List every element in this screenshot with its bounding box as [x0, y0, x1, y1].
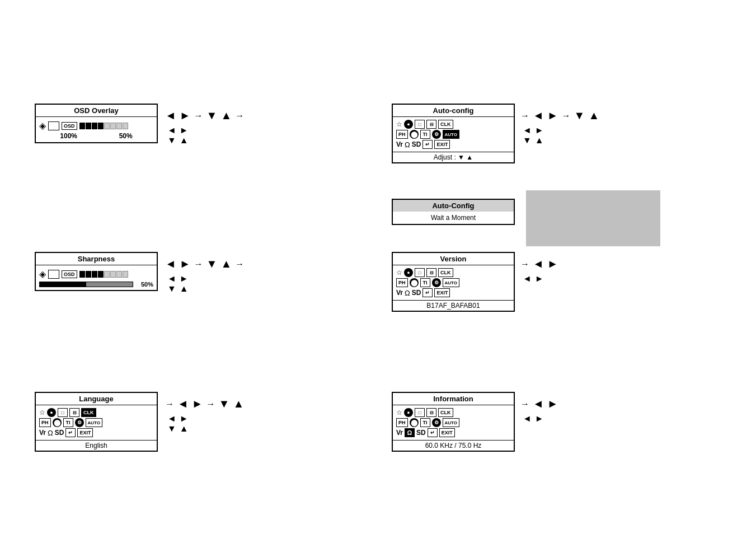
lang-icon-row1: ☆ ● □ ⊟ CLK [39, 408, 153, 417]
information-title: Information [393, 393, 514, 405]
ver-circle2: ⬤ [410, 278, 419, 287]
sh-arrow-left: ◄ [165, 257, 176, 270]
auto-config-footer: Adjust : ▼ ▲ [393, 152, 514, 162]
bar-4 [98, 123, 104, 129]
osd-icon2: OSD [62, 270, 77, 278]
ac-exit: EXIT [434, 140, 450, 149]
ac-icon-row1: ☆ ● □ ⊟ CLK [396, 120, 510, 129]
bar-s8 [123, 271, 128, 278]
bar-6 [110, 123, 116, 129]
ver-icon-row3: Vr Ω SD ↵ EXIT [396, 288, 510, 297]
sharpness-title: Sharpness [36, 253, 157, 265]
osd-overlay-panel: OSD Overlay ◈ OSD 100% 50% [35, 104, 158, 143]
ac-circle2: ⬤ [410, 130, 419, 139]
auto-config-arrows: → ◄ ► → ▼ ▲ ◄ ► ▼ ▲ [520, 109, 599, 146]
ac-arrow-right-filled: ► [547, 109, 558, 122]
sh-arrow-up: ▲ [220, 257, 232, 270]
info-vr: Vr [396, 429, 403, 437]
ver-arrow-right1: → [520, 259, 529, 269]
ver-arrow-right-small: ► [535, 274, 544, 284]
info-sun: ☆ [396, 409, 402, 416]
ver-icon-row1: ☆ ● □ ⊟ CLK [396, 268, 510, 277]
ver-ph: PH [396, 278, 408, 287]
ac-icon-row2: PH ⬤ TI ⚙ AUTO [396, 130, 510, 139]
bar-blocks2 [79, 271, 128, 278]
bar-3 [92, 123, 97, 129]
sharpness-fill [40, 282, 86, 287]
ac-arrow-up: ▲ [588, 109, 599, 122]
diamond-icon: ◈ [39, 120, 46, 131]
lang-arrow-left: ◄ [177, 397, 189, 410]
omega-icon: Ω [48, 429, 53, 437]
ph-box: PH [39, 418, 51, 427]
ac-ti: TI [420, 130, 430, 139]
ac-arrow-right2: → [562, 111, 571, 121]
arrow-right1: → [194, 111, 203, 121]
ac-arrow-down-small: ▼ [523, 135, 532, 146]
ac-arrow-right-small: ► [535, 125, 544, 135]
ver-auto: AUTO [443, 278, 460, 287]
info-arrow-right1: → [520, 399, 529, 409]
ac-auto-box: AUTO [443, 130, 460, 139]
version-arrows: → ◄ ► ◄ ► [520, 257, 558, 284]
sh-arrow-up-small: ▲ [180, 284, 189, 294]
ac-icon-row3: Vr Ω SD ↵ EXIT [396, 140, 510, 149]
ver-box1: □ [415, 268, 425, 277]
diamond-icon2: ◈ [39, 269, 46, 279]
ac-arrow-left: ◄ [533, 109, 544, 122]
rect-icon2 [48, 270, 59, 279]
info-arrow-right-filled: ► [547, 397, 558, 410]
sharpness-arrows: ◄ ► → ▼ ▲ → ◄ ► ▼ ▲ [165, 257, 244, 294]
bar-5 [104, 123, 110, 129]
info-circle1: ● [404, 408, 413, 417]
info-arrow-left: ◄ [533, 397, 544, 410]
auto-config-title: Auto-config [393, 105, 514, 117]
sh-arrow-right2: → [235, 259, 244, 269]
bar-s1 [79, 271, 85, 278]
lang-arrow-down: ▼ [219, 397, 230, 410]
auto-config-panel: Auto-config ☆ ● □ ⊟ CLK PH ⬤ TI ⚙ AUTO V… [392, 104, 515, 163]
ac-vr: Vr [396, 140, 403, 148]
bar-s6 [110, 271, 116, 278]
ac-arrow-left-small: ◄ [523, 125, 532, 135]
enter-box: ↵ [65, 428, 76, 437]
ac-enter: ↵ [422, 140, 433, 149]
info-icon-row2: PH ⬤ TI ⚙ AUTO [396, 418, 510, 427]
clk-box: CLK [81, 408, 96, 417]
info-settings: ⚙ [432, 418, 441, 427]
lang-arrow-down-small: ▼ [167, 424, 176, 434]
info-arrow-left-small: ◄ [523, 414, 532, 424]
language-title: Language [36, 393, 157, 405]
settings-circle: ⚙ [75, 418, 84, 427]
ver-icon-row2: PH ⬤ TI ⚙ AUTO [396, 278, 510, 287]
ac-sun-icon: ☆ [396, 120, 402, 128]
language-footer: English [36, 440, 157, 451]
box-icon1: □ [58, 408, 68, 417]
ac-arrow-up-small: ▲ [535, 135, 544, 146]
arrow-down-small: ▼ [167, 135, 176, 146]
osd-value-right: 50% [119, 132, 133, 140]
bar-s4 [98, 271, 104, 278]
ac-omega: Ω [405, 140, 410, 149]
ac-box2: ⊟ [426, 120, 436, 129]
gray-rectangle [526, 190, 660, 246]
ac-arrow-down: ▼ [574, 109, 585, 122]
lang-icon-row3: Vr Ω SD ↵ EXIT [39, 428, 153, 437]
sharpness-value: 50% [135, 281, 153, 288]
arrow-right-filled: ► [180, 109, 191, 122]
arrow-down1: ▼ [206, 109, 218, 122]
circle-icon1: ● [47, 408, 56, 417]
ver-vr: Vr [396, 289, 403, 297]
vr-label: Vr [39, 429, 46, 437]
lang-arrow-right2: → [206, 399, 215, 409]
lang-arrow-right-small: ► [180, 414, 189, 424]
bar-s3 [92, 271, 97, 278]
version-footer: B17AF_BAFAB01 [393, 300, 514, 311]
ver-ti: TI [420, 278, 430, 287]
ver-settings: ⚙ [432, 278, 441, 287]
ver-sun: ☆ [396, 269, 402, 277]
information-footer: 60.0 KHz / 75.0 Hz [393, 440, 514, 451]
auto-config-wait-panel: Auto-Config Wait a Moment [392, 199, 515, 225]
lang-arrow-right-filled: ► [192, 397, 203, 410]
lang-arrow-up-small: ▲ [180, 424, 189, 434]
